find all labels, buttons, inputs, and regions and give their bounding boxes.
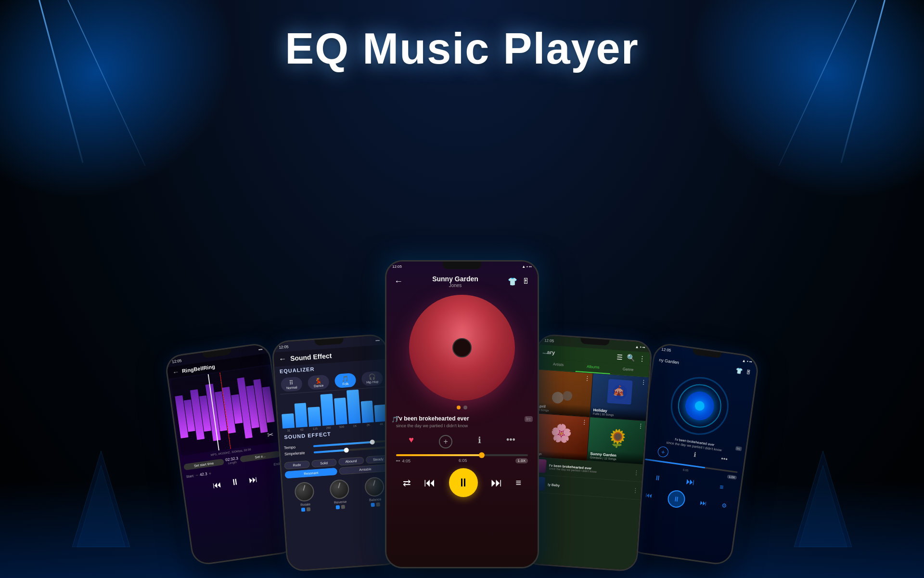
phone5-eq-icon[interactable]: 🎚: [745, 368, 752, 376]
phone1-back-icon[interactable]: ←: [172, 368, 180, 376]
eq-bar-visual-500[interactable]: [334, 397, 347, 425]
eq-bar-visual-1k[interactable]: [346, 390, 360, 424]
phone3-more-btn[interactable]: •••: [506, 435, 515, 448]
phone4-status-icons: ▲ ▪ ▪▪: [635, 344, 645, 349]
phone5-status-icons: ▲ ▪ ▪▪: [742, 358, 752, 364]
balance-knob[interactable]: [364, 476, 385, 497]
phone3-add-btn[interactable]: +: [439, 435, 452, 448]
phone2-back-icon[interactable]: ←: [279, 355, 287, 364]
rotate-knob-wrap: Rotate: [294, 482, 315, 512]
eq-bar-visual-31[interactable]: [282, 413, 295, 429]
album-unnamed-img: 🌸: [531, 413, 589, 452]
rotate-knob[interactable]: [294, 482, 315, 502]
eq-btn-dance[interactable]: 💃 Dance: [308, 375, 330, 390]
song-more-1[interactable]: ⋮: [633, 469, 640, 476]
phone3-progress-bar[interactable]: [396, 454, 528, 456]
phone5-title: ny Garden: [659, 357, 680, 365]
reverse-knob[interactable]: [329, 479, 350, 499]
svg-text:🎪: 🎪: [612, 384, 625, 397]
phone4-more-icon[interactable]: ⋮: [638, 355, 645, 363]
album-april[interactable]: April 98 Songs ⋮: [534, 369, 592, 417]
phone3-next-btn[interactable]: ⏭: [491, 476, 502, 489]
start-minus-btn[interactable]: −: [195, 473, 199, 478]
eq-bar-visual-125[interactable]: [308, 407, 321, 427]
svg-text:🌸: 🌸: [550, 422, 573, 444]
phone5-play-btn[interactable]: ⏸: [667, 489, 686, 509]
phone5-shirt-icon[interactable]: 👕: [735, 368, 744, 375]
scissors-icon[interactable]: ✂: [267, 430, 274, 440]
simplerate-label: Simpelerate: [284, 450, 311, 457]
phone3-info-btn[interactable]: ℹ: [478, 435, 481, 448]
phone5-eq2-btn[interactable]: ⚙: [721, 502, 728, 509]
phone5-playlist-btn[interactable]: ≡: [719, 483, 724, 491]
phone5-time: 12:05: [661, 347, 671, 353]
simplerate-thumb[interactable]: [344, 447, 349, 453]
phone3-dot-1[interactable]: [457, 406, 461, 409]
eq-bar-125: 125: [308, 407, 321, 431]
svg-text:🌻: 🌻: [606, 427, 629, 449]
phone5-prev-btn[interactable]: ⏮: [645, 491, 653, 499]
phone4-title: ...ary: [542, 349, 555, 355]
phone3-progress-thumb[interactable]: [479, 452, 485, 458]
album-april-more[interactable]: ⋮: [584, 375, 590, 382]
eq-btn-folk[interactable]: 🎵 Folk: [334, 373, 357, 388]
phone3-shuffle-btn[interactable]: ⇄: [403, 477, 411, 488]
phone3-speed-btn[interactable]: 1.0X: [515, 458, 528, 463]
phone5-add-btn[interactable]: +: [657, 446, 669, 458]
phone3-eq-icon[interactable]: 🎚: [522, 277, 530, 286]
album-sunny-garden[interactable]: 🌻 Sunny Garden Giordano | 12 Songs ⋮: [587, 417, 645, 464]
phone3-time: 12:05: [392, 264, 402, 269]
phone3-prev-btn[interactable]: ⏮: [424, 476, 436, 489]
phone4-time: 12:05: [544, 338, 554, 343]
phone3-album-center: [452, 338, 472, 357]
eq-btn-hiphop[interactable]: 🎧 Hip Hop: [361, 371, 383, 386]
balance-dot1: [371, 503, 375, 507]
phone5-info-btn[interactable]: ℹ: [693, 451, 696, 461]
effect-solid[interactable]: Solid: [311, 459, 336, 468]
phone3-play-btn[interactable]: ⏸: [449, 468, 478, 497]
phone5-lrc-btn[interactable]: lrc: [735, 446, 742, 451]
album-unnamed[interactable]: 🌸 Songs ⋮: [530, 413, 589, 460]
rotate-val: [296, 507, 315, 512]
phone1-forward-btn[interactable]: ⏭: [248, 474, 258, 486]
album-holiday-more[interactable]: ⋮: [641, 379, 647, 386]
phone5-next-btn[interactable]: ⏭: [685, 476, 695, 487]
balance-val: [366, 502, 385, 507]
album-sunny-garden-more[interactable]: ⋮: [638, 422, 644, 430]
start-plus-btn[interactable]: +: [208, 471, 212, 476]
song-more-2[interactable]: ⋮: [632, 487, 638, 494]
phone5-total-time: 6:05: [682, 468, 689, 473]
phone5-pause-btn[interactable]: ⏸: [654, 473, 662, 482]
phone3-action-buttons: ♥ + ℹ •••: [386, 431, 538, 452]
eq-btn-normal[interactable]: ⠿ Normal: [281, 377, 303, 392]
phone2-screen: 12:05 ▪▪▪ ← Sound Effect EQUALIZER ⠿ Nor…: [273, 335, 401, 570]
phone3-dot-2[interactable]: [463, 406, 467, 409]
phone3-lyric-sub: since the day we partied I didn't know: [396, 423, 528, 428]
eq-bar-visual-250[interactable]: [320, 394, 334, 426]
phone3-page-dots: [386, 406, 538, 409]
album-unnamed-more[interactable]: ⋮: [581, 419, 587, 426]
phone5-fwd-btn[interactable]: ⏭: [699, 499, 707, 507]
phone3-playback-controls: ⇄ ⏮ ⏸ ⏭ ≡: [386, 463, 538, 502]
eq-bar-visual-2k[interactable]: [360, 401, 374, 423]
reverse-label: Reverse: [331, 499, 350, 504]
phone4-list-icon[interactable]: ☰: [616, 353, 623, 361]
phone3-shirt-icon[interactable]: 👕: [508, 277, 517, 286]
phone1-pause-btn[interactable]: ⏸: [230, 477, 240, 488]
eq-bar-visual-62[interactable]: [294, 403, 308, 428]
effect-rude[interactable]: Rude: [284, 460, 309, 470]
phone4-search-icon[interactable]: 🔍: [626, 354, 635, 362]
phone3-playlist-btn[interactable]: ≡: [516, 477, 522, 488]
phone-equalizer: 12:05 ▪▪▪ ← Sound Effect EQUALIZER ⠿ Nor…: [271, 333, 403, 572]
phone5-more-btn[interactable]: •••: [720, 455, 728, 466]
phone5-speed-btn[interactable]: 1.0X: [727, 474, 737, 480]
phone1-rewind-btn[interactable]: ⏮: [212, 479, 222, 490]
phone3-lrc-btn[interactable]: lrc: [525, 416, 533, 422]
phone3-back-icon[interactable]: ←: [394, 276, 403, 287]
phone3-lyrics-icon[interactable]: 🎵: [391, 416, 398, 423]
tempo-thumb[interactable]: [370, 439, 375, 445]
album-holiday[interactable]: 🎪 Holiday Fulla | 16 Songs ⋮: [590, 373, 649, 420]
phone3-heart-btn[interactable]: ♥: [409, 435, 414, 448]
balance-label: Balance: [365, 497, 385, 502]
effect-abound[interactable]: Abound: [338, 457, 364, 466]
